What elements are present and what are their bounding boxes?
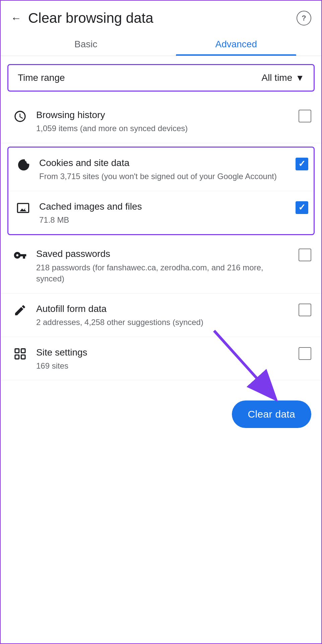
header-left: ← Clear browsing data bbox=[11, 10, 153, 26]
browsing-history-checkbox[interactable] bbox=[299, 110, 311, 122]
cached-subtitle: 71.8 MB bbox=[39, 214, 289, 226]
autofill-title: Autofill form data bbox=[36, 302, 292, 315]
key-icon bbox=[11, 249, 29, 262]
cookies-subtitle: From 3,715 sites (you won't be signed ou… bbox=[39, 171, 289, 182]
gear-icon bbox=[11, 347, 29, 361]
site-settings-content: Site settings 169 sites bbox=[29, 346, 299, 372]
clock-icon bbox=[11, 110, 29, 123]
cookie-icon bbox=[14, 158, 33, 171]
cookies-title: Cookies and site data bbox=[39, 156, 289, 169]
browsing-history-content: Browsing history 1,059 items (and more o… bbox=[29, 108, 299, 134]
autofill-content: Autofill form data 2 addresses, 4,258 ot… bbox=[29, 302, 299, 328]
passwords-subtitle: 218 passwords (for fanshawec.ca, zerodha… bbox=[36, 262, 292, 284]
bottom-section: Clear data bbox=[1, 380, 321, 441]
page-title: Clear browsing data bbox=[28, 10, 153, 26]
tab-advanced[interactable]: Advanced bbox=[161, 33, 312, 56]
autofill-subtitle: 2 addresses, 4,258 other suggestions (sy… bbox=[36, 317, 292, 328]
time-range-current: All time bbox=[261, 72, 292, 83]
pencil-icon bbox=[11, 304, 29, 317]
browsing-history-subtitle: 1,059 items (and more on synced devices) bbox=[36, 123, 292, 134]
list-item-passwords: Saved passwords 218 passwords (for fansh… bbox=[1, 238, 321, 293]
passwords-checkbox[interactable] bbox=[299, 249, 311, 261]
svg-rect-8 bbox=[21, 355, 25, 359]
passwords-title: Saved passwords bbox=[36, 247, 292, 260]
cached-content: Cached images and files 71.8 MB bbox=[33, 200, 296, 226]
site-settings-subtitle: 169 sites bbox=[36, 360, 292, 372]
cookies-checkbox[interactable] bbox=[296, 158, 308, 170]
time-range-label: Time range bbox=[18, 72, 65, 83]
site-settings-checkbox[interactable] bbox=[299, 347, 311, 360]
browsing-history-title: Browsing history bbox=[36, 108, 292, 121]
list-item-cached: Cached images and files 71.8 MB bbox=[8, 191, 314, 234]
cached-title: Cached images and files bbox=[39, 200, 289, 213]
svg-rect-5 bbox=[15, 349, 19, 353]
cached-checkbox[interactable] bbox=[296, 201, 308, 214]
list-item-autofill: Autofill form data 2 addresses, 4,258 ot… bbox=[1, 293, 321, 337]
back-button[interactable]: ← bbox=[11, 12, 21, 24]
time-range-value: All time ▼ bbox=[261, 72, 304, 83]
autofill-checkbox[interactable] bbox=[299, 304, 311, 316]
time-range-selector[interactable]: Time range All time ▼ bbox=[7, 64, 315, 92]
tab-basic[interactable]: Basic bbox=[11, 33, 161, 56]
clear-data-button[interactable]: Clear data bbox=[232, 400, 311, 428]
tabs-container: Basic Advanced bbox=[1, 33, 321, 56]
site-settings-title: Site settings bbox=[36, 346, 292, 359]
image-icon bbox=[14, 201, 33, 215]
list-item-cookies: Cookies and site data From 3,715 sites (… bbox=[8, 148, 314, 191]
chevron-down-icon: ▼ bbox=[296, 73, 304, 83]
svg-rect-6 bbox=[15, 355, 19, 359]
cookies-content: Cookies and site data From 3,715 sites (… bbox=[33, 156, 296, 182]
help-button[interactable]: ? bbox=[297, 11, 311, 25]
page-wrapper: ← Clear browsing data ? Basic Advanced T… bbox=[0, 0, 322, 644]
list-item-site-settings: Site settings 169 sites bbox=[1, 337, 321, 381]
passwords-content: Saved passwords 218 passwords (for fansh… bbox=[29, 247, 299, 284]
highlighted-items-box: Cookies and site data From 3,715 sites (… bbox=[7, 147, 315, 235]
svg-rect-7 bbox=[21, 349, 25, 353]
header: ← Clear browsing data ? bbox=[1, 1, 321, 33]
list-item-browsing-history: Browsing history 1,059 items (and more o… bbox=[1, 100, 321, 143]
